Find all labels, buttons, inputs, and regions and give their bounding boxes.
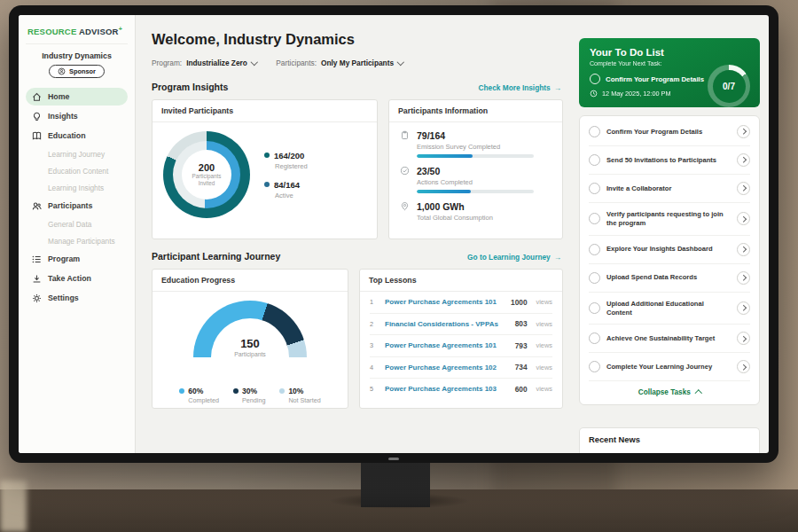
card-title: Participants Information	[389, 100, 562, 122]
sidebar-item-participants[interactable]: Participants	[26, 197, 128, 215]
users-icon	[32, 201, 42, 211]
legend-label: Active	[275, 192, 308, 200]
chevron-right-circle-icon[interactable]	[737, 125, 750, 138]
checkbox-circle-icon[interactable]	[589, 302, 600, 314]
participants-information-card: Participants Information 79/164 Emission…	[388, 99, 563, 239]
due-date-text: 12 May 2025, 12:00 PM	[602, 90, 670, 98]
lesson-title-link[interactable]: Power Purchase Agreements 103	[385, 385, 509, 393]
check-circle-icon	[400, 166, 410, 176]
sidebar-item-label: Education	[48, 131, 86, 140]
go-to-learning-journey-link[interactable]: Go to Learning Journey	[467, 253, 561, 262]
legend-label: Completed	[188, 396, 219, 404]
participants-information-body: 79/164 Emission Survey Completed 23/50 A…	[389, 122, 562, 239]
lesson-row[interactable]: 2 Financial Considerations - VPPAs 803vi…	[370, 314, 552, 336]
sidebar-item-home[interactable]: Home	[26, 88, 128, 106]
lesson-rank: 3	[370, 341, 379, 349]
checkbox-circle-icon[interactable]	[589, 361, 600, 372]
program-filter-dropdown[interactable]: Program: Industrialize Zero	[152, 59, 256, 67]
sidebar-item-insights[interactable]: Insights	[26, 107, 128, 125]
check-more-insights-link[interactable]: Check More Insights	[479, 83, 561, 92]
todo-summary-card: Your To Do List Complete Your Next Task:…	[579, 38, 760, 107]
chevron-right-circle-icon[interactable]	[737, 243, 750, 256]
gauge-center-label: Participants	[234, 351, 266, 357]
todo-title: Your To Do List	[590, 47, 749, 58]
sidebar-item-label: Home	[48, 92, 69, 101]
sponsor-badge-label: Sponsor	[69, 67, 96, 75]
logo-text-secondary: ADVISOR	[79, 27, 119, 36]
legend-label: Pending	[242, 396, 265, 404]
participants-filter-value: Only My Participants	[321, 59, 394, 67]
section-title: Program Insights	[152, 82, 228, 92]
sidebar-item-general-data[interactable]: General Data	[26, 216, 128, 231]
lesson-rank: 1	[370, 298, 379, 306]
sidebar-item-label: Insights	[48, 112, 78, 121]
checkbox-circle-icon[interactable]	[589, 154, 600, 166]
checkbox-circle-icon[interactable]	[589, 213, 600, 224]
task-row[interactable]: Explore Your Insights Dashboard	[589, 236, 750, 264]
top-lessons-card: Top Lessons 1 Power Purchase Agreements …	[359, 269, 563, 409]
person-circle-icon	[58, 67, 66, 75]
gauge-center: 150 Participants	[211, 318, 289, 357]
learning-journey-header: Participant Learning Journey Go to Learn…	[152, 251, 561, 262]
lesson-title-link[interactable]: Power Purchase Agreements 101	[385, 341, 509, 349]
task-row[interactable]: Invite a Collaborator	[589, 175, 750, 203]
task-row[interactable]: Confirm Your Program Details	[589, 118, 750, 146]
chevron-right-circle-icon[interactable]	[737, 360, 750, 373]
todo-progress-ring: 0/7	[708, 65, 750, 107]
sidebar-item-settings[interactable]: Settings	[26, 289, 128, 307]
sidebar-item-take-action[interactable]: Take Action	[26, 270, 128, 287]
chevron-up-icon	[695, 390, 702, 397]
participants-filter-dropdown[interactable]: Participants: Only My Participants	[276, 59, 403, 67]
program-filter-value: Industrialize Zero	[186, 59, 247, 67]
card-title: Education Progress	[153, 270, 348, 292]
legend-value: 30%	[242, 387, 257, 395]
checkbox-circle-icon[interactable]	[589, 126, 600, 137]
education-progress-body: 150 Participants 60% Completed	[153, 301, 348, 409]
logo-text-primary: RESOURCE	[27, 27, 76, 36]
lesson-row[interactable]: 3 Power Purchase Agreements 101 793views	[370, 335, 552, 357]
card-title: Invited Participants	[153, 100, 377, 122]
checkbox-circle-icon[interactable]	[589, 272, 600, 284]
legend-item-completed: 60% Completed	[179, 387, 219, 404]
task-row[interactable]: Verify participants requesting to join t…	[589, 203, 750, 236]
lesson-title-link[interactable]: Power Purchase Agreements 102	[385, 364, 509, 372]
next-task-row[interactable]: Confirm Your Program Details	[590, 74, 712, 84]
legend-dot-teal	[264, 153, 270, 158]
insights-card-row: Invited Participants 200 Participants In…	[152, 99, 563, 239]
stat-value: 79/164	[417, 130, 534, 141]
task-row[interactable]: Upload Spend Data Records	[589, 264, 750, 293]
checkbox-circle-icon[interactable]	[589, 244, 600, 255]
lesson-title-link[interactable]: Power Purchase Agreements 101	[385, 298, 505, 306]
task-label: Send 50 Invitations to Participants	[606, 156, 731, 165]
collapse-tasks-button[interactable]: Collapse Tasks	[589, 381, 750, 404]
task-label: Complete Your Learning Journey	[606, 363, 731, 372]
stat-row: 23/50 Actions Completed	[400, 166, 552, 193]
chevron-right-circle-icon[interactable]	[737, 271, 750, 285]
sponsor-badge: Sponsor	[49, 65, 105, 78]
chevron-right-circle-icon[interactable]	[737, 182, 750, 195]
chevron-right-circle-icon[interactable]	[737, 153, 750, 167]
legend-item-registered: 164/200 Registered	[264, 151, 308, 170]
lesson-row[interactable]: 5 Power Purchase Agreements 103 600views	[370, 379, 552, 400]
sidebar-item-education-content[interactable]: Education Content	[26, 163, 128, 178]
checkbox-circle-icon[interactable]	[590, 74, 600, 84]
sidebar-item-learning-journey[interactable]: Learning Journey	[26, 146, 128, 161]
task-row[interactable]: Achieve One Sustainability Target	[589, 325, 750, 353]
chevron-right-circle-icon[interactable]	[737, 332, 750, 345]
lesson-title-link[interactable]: Financial Considerations - VPPAs	[385, 320, 509, 328]
task-row[interactable]: Upload Additional Educational Content	[589, 293, 750, 325]
sidebar-item-education[interactable]: Education	[26, 127, 128, 145]
location-pin-icon	[400, 201, 410, 211]
checkbox-circle-icon[interactable]	[589, 183, 600, 194]
lesson-row[interactable]: 4 Power Purchase Agreements 102 734views	[370, 357, 552, 379]
task-row[interactable]: Send 50 Invitations to Participants	[589, 146, 750, 175]
sidebar-item-learning-insights[interactable]: Learning Insights	[26, 180, 128, 195]
sidebar-item-program[interactable]: Program	[26, 250, 128, 268]
lesson-row[interactable]: 1 Power Purchase Agreements 101 1000view…	[370, 292, 552, 314]
home-icon	[32, 92, 42, 102]
task-row[interactable]: Complete Your Learning Journey	[589, 353, 750, 381]
chevron-right-circle-icon[interactable]	[737, 212, 750, 225]
checkbox-circle-icon[interactable]	[589, 332, 600, 344]
chevron-right-circle-icon[interactable]	[737, 301, 750, 315]
sidebar-item-manage-participants[interactable]: Manage Participants	[26, 233, 128, 248]
